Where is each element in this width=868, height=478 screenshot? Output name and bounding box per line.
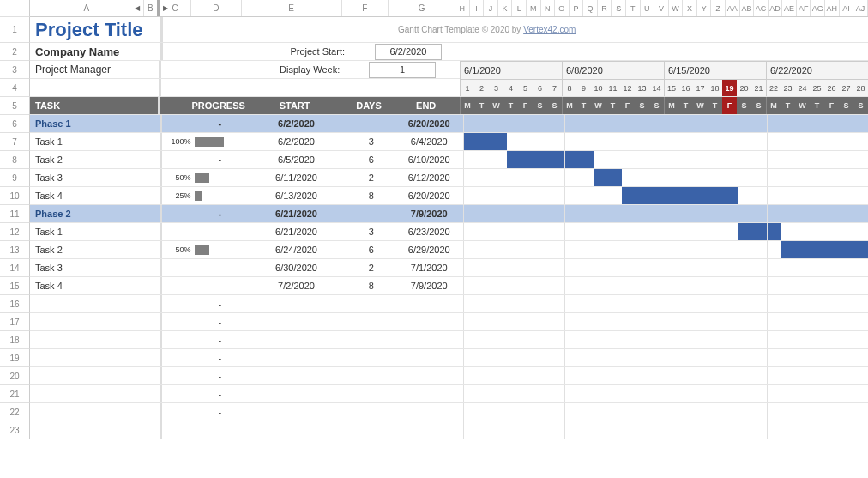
gantt-cell[interactable]	[651, 403, 666, 421]
gantt-cell[interactable]	[507, 223, 521, 240]
gantt-cell[interactable]	[781, 421, 796, 439]
gantt-cell[interactable]	[666, 187, 680, 204]
gantt-cell[interactable]	[492, 349, 507, 366]
gantt-cell[interactable]	[507, 277, 521, 294]
gantt-cell[interactable]	[651, 133, 666, 150]
gantt-cell[interactable]	[680, 421, 695, 439]
gantt-cell[interactable]	[853, 187, 868, 204]
gantt-cell[interactable]	[478, 385, 492, 402]
gantt-cell[interactable]	[666, 385, 680, 402]
gantt-cell[interactable]	[608, 259, 623, 276]
gantt-cell[interactable]	[839, 331, 853, 348]
gantt-cell[interactable]	[636, 259, 651, 276]
column-header[interactable]: P	[570, 0, 584, 16]
project-title[interactable]: Project Title	[35, 19, 143, 41]
gantt-cell[interactable]	[622, 133, 636, 150]
gantt-cell[interactable]	[666, 223, 680, 240]
gantt-cell[interactable]	[796, 223, 811, 240]
gantt-cell[interactable]	[550, 295, 564, 312]
project-start-input[interactable]: 6/2/2020	[375, 44, 442, 60]
progress-bar-cell[interactable]: -	[195, 313, 246, 330]
gantt-cell[interactable]	[636, 295, 651, 312]
gantt-cell[interactable]	[781, 259, 796, 276]
gantt-cell[interactable]	[507, 241, 521, 258]
gantt-cell[interactable]	[564, 259, 579, 276]
gantt-cell[interactable]	[651, 367, 666, 384]
gantt-cell[interactable]	[564, 421, 579, 439]
gantt-cell[interactable]	[492, 259, 507, 276]
gantt-cell[interactable]	[796, 313, 811, 330]
gantt-cell[interactable]	[752, 259, 767, 276]
gantt-cell[interactable]	[507, 133, 521, 150]
gantt-cell[interactable]	[752, 331, 767, 348]
gantt-cell[interactable]	[811, 331, 825, 348]
days-cell[interactable]	[347, 367, 395, 384]
gantt-cell[interactable]	[521, 187, 535, 204]
gantt-cell[interactable]	[709, 169, 724, 186]
gantt-cell[interactable]	[463, 295, 478, 312]
start-date-cell[interactable]: 7/2/2020	[245, 277, 347, 294]
row-header[interactable]: 5	[0, 97, 30, 115]
gantt-cell[interactable]	[507, 169, 521, 186]
gantt-cell[interactable]	[636, 385, 651, 402]
column-header[interactable]: ▶C	[160, 0, 191, 16]
gantt-cell[interactable]	[478, 421, 492, 439]
gantt-cell[interactable]	[767, 277, 781, 294]
gantt-cell[interactable]	[579, 313, 594, 330]
column-header[interactable]: AB	[740, 0, 755, 16]
column-header[interactable]: AG	[811, 0, 825, 16]
gantt-cell[interactable]	[535, 277, 550, 294]
start-date-cell[interactable]	[245, 331, 347, 348]
task-row[interactable]: Task 350%6/11/202026/12/2020	[30, 169, 868, 187]
progress-bar-cell[interactable]: -	[195, 403, 246, 421]
column-header[interactable]: F	[342, 0, 389, 16]
gantt-cell[interactable]	[463, 313, 478, 330]
gantt-cell[interactable]	[594, 205, 608, 222]
gantt-cell[interactable]	[550, 169, 564, 186]
gantt-cell[interactable]	[463, 349, 478, 366]
days-cell[interactable]	[347, 115, 395, 132]
gantt-cell[interactable]	[478, 151, 492, 168]
gantt-cell[interactable]	[839, 241, 853, 258]
gantt-cell[interactable]	[594, 115, 608, 132]
gantt-cell[interactable]	[738, 313, 752, 330]
gantt-cell[interactable]	[853, 349, 868, 366]
gantt-cell[interactable]	[796, 403, 811, 421]
days-cell[interactable]: 3	[347, 133, 395, 150]
gantt-cell[interactable]	[579, 403, 594, 421]
gantt-cell[interactable]	[521, 151, 535, 168]
gantt-cell[interactable]	[507, 349, 521, 366]
gantt-cell[interactable]	[564, 241, 579, 258]
gantt-cell[interactable]	[839, 151, 853, 168]
gantt-cell[interactable]	[478, 331, 492, 348]
gantt-cell[interactable]	[463, 169, 478, 186]
progress-bar-cell[interactable]: -	[195, 115, 246, 132]
task-row[interactable]: Task 250%6/24/202066/29/2020	[30, 241, 868, 259]
gantt-cell[interactable]	[636, 403, 651, 421]
row-header[interactable]: 12	[0, 223, 30, 241]
gantt-cell[interactable]	[651, 385, 666, 402]
gantt-cell[interactable]	[680, 367, 695, 384]
gantt-cell[interactable]	[564, 295, 579, 312]
gantt-cell[interactable]	[521, 259, 535, 276]
gantt-cell[interactable]	[723, 367, 738, 384]
task-name-cell[interactable]: Task 2	[30, 241, 146, 258]
days-cell[interactable]: 3	[347, 223, 395, 240]
gantt-cell[interactable]	[839, 205, 853, 222]
gantt-cell[interactable]	[781, 151, 796, 168]
gantt-cell[interactable]	[738, 367, 752, 384]
gantt-cell[interactable]	[723, 331, 738, 348]
gantt-cell[interactable]	[579, 295, 594, 312]
gantt-cell[interactable]	[535, 313, 550, 330]
task-row[interactable]: Task 1-6/21/202036/23/2020	[30, 223, 868, 241]
gantt-cell[interactable]	[811, 259, 825, 276]
gantt-cell[interactable]	[608, 385, 623, 402]
progress-bar-cell[interactable]: -	[195, 223, 246, 240]
task-name-cell[interactable]	[30, 295, 146, 312]
column-header[interactable]: AJ	[853, 0, 868, 16]
end-date-cell[interactable]: 6/4/2020	[395, 133, 463, 150]
gantt-cell[interactable]	[535, 403, 550, 421]
row-header[interactable]: 10	[0, 187, 30, 205]
gantt-cell[interactable]	[781, 403, 796, 421]
row-header[interactable]: 2	[0, 43, 30, 61]
